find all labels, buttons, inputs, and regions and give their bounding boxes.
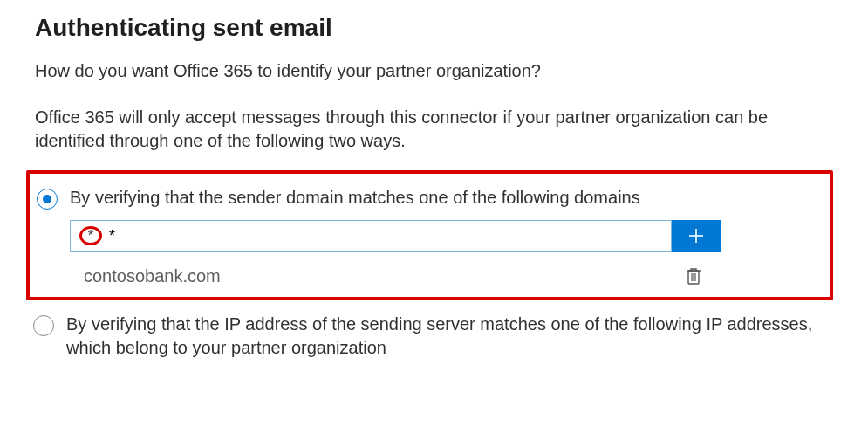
page-title: Authenticating sent email [35, 14, 833, 42]
delete-domain-button[interactable] [684, 265, 703, 286]
plus-icon [687, 227, 705, 245]
identify-description: Office 365 will only accept messages thr… [35, 106, 833, 153]
radio-by-ip[interactable] [33, 315, 54, 336]
option-by-ip: By verifying that the IP address of the … [26, 313, 833, 360]
option-by-domain: By verifying that the sender domain matc… [30, 186, 817, 286]
domain-input[interactable] [71, 221, 671, 251]
option-by-ip-label: By verifying that the IP address of the … [66, 313, 821, 360]
option-by-domain-label: By verifying that the sender domain matc… [70, 186, 817, 210]
domain-list-item: contosobank.com [70, 265, 721, 286]
annotation-highlight-box: By verifying that the sender domain matc… [26, 170, 833, 300]
domain-input-container: * [70, 220, 672, 252]
domain-name-text: contosobank.com [84, 266, 221, 286]
identify-question: How do you want Office 365 to identify y… [35, 61, 833, 81]
add-domain-button[interactable] [672, 220, 721, 252]
radio-by-domain[interactable] [37, 189, 58, 210]
trash-icon [685, 266, 702, 286]
